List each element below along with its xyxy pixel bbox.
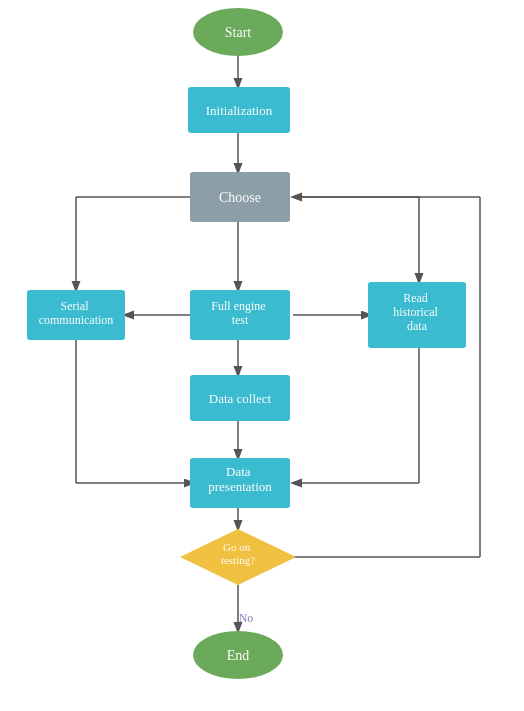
goontesting-label: Go on testing?	[221, 541, 255, 566]
flowchart: Start Initialization Choose Serial commu…	[0, 0, 524, 711]
end-label: End	[227, 648, 250, 663]
start-label: Start	[225, 25, 252, 40]
init-label: Initialization	[206, 103, 273, 118]
no-label: No	[239, 611, 254, 625]
choose-label: Choose	[219, 190, 261, 205]
datacollect-label: Data collect	[209, 391, 272, 406]
